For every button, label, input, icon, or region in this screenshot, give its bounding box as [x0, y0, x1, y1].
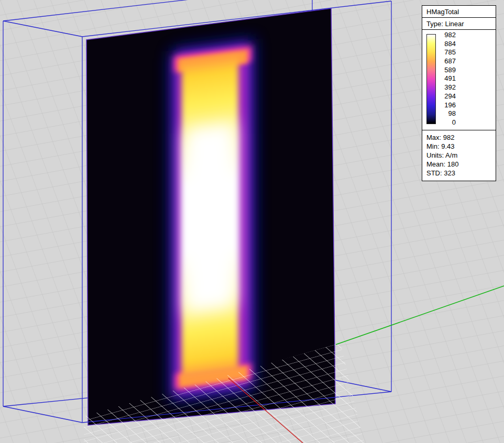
legend-colorbar	[426, 34, 436, 124]
scale-value: 589	[440, 67, 456, 73]
scale-value: 785	[440, 49, 456, 56]
field-distribution	[171, 40, 254, 400]
legend-title: HMagTotal	[422, 5, 496, 18]
field-plot-legend[interactable]: HMagTotal Type: Linear 982 884 785 687 5…	[422, 5, 496, 181]
stat-units: Units: A/m	[426, 151, 491, 160]
legend-color-scale: 982 884 785 687 589 491 392 294 196 98 0	[422, 29, 496, 130]
stat-mean: Mean: 180	[426, 160, 491, 169]
scale-value: 0	[440, 119, 456, 126]
scale-value: 687	[440, 58, 456, 64]
3d-viewport[interactable]: HMagTotal Type: Linear 982 884 785 687 5…	[0, 0, 504, 443]
scale-value: 982	[440, 31, 456, 38]
stat-max: Max: 982	[426, 133, 491, 142]
scale-value: 294	[440, 93, 456, 99]
scale-value: 491	[440, 75, 456, 82]
stat-std: STD: 323	[426, 169, 491, 178]
stat-min: Min: 9.43	[426, 142, 491, 151]
legend-scale-labels: 982 884 785 687 589 491 392 294 196 98 0	[440, 31, 456, 126]
scale-value: 392	[440, 84, 456, 91]
legend-statistics: Max: 982 Min: 9.43 Units: A/m Mean: 180 …	[422, 130, 496, 181]
scale-value: 196	[440, 102, 456, 108]
scale-value: 98	[440, 110, 456, 117]
scale-value: 884	[440, 40, 456, 47]
legend-scale-type: Type: Linear	[422, 17, 496, 30]
